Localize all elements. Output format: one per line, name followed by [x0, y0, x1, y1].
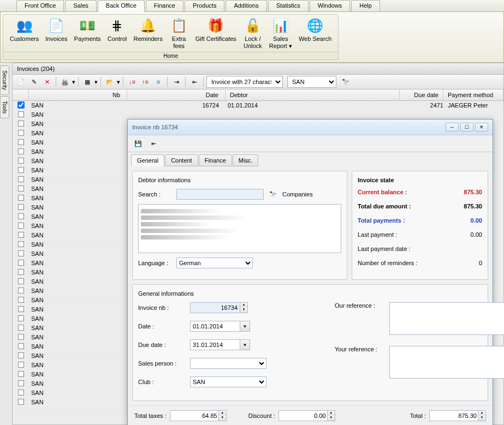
row-checkbox[interactable] [18, 352, 24, 358]
filter-type-select[interactable]: Invoice with 27 characte [206, 76, 283, 88]
exit-icon[interactable]: ⇤ [147, 137, 159, 149]
row-checkbox[interactable] [18, 334, 24, 340]
dialog-tab-finance[interactable]: Finance [199, 154, 232, 166]
main-tab-windows[interactable]: Windows [310, 0, 351, 11]
ribbon-sales[interactable]: 📊Sales Report ▾ [266, 16, 295, 51]
ribbon-extra[interactable]: 📋Extra fees [166, 16, 192, 51]
new-icon[interactable]: 📄 [15, 76, 27, 88]
row-checkbox[interactable] [18, 121, 24, 127]
row-checkbox[interactable] [18, 232, 24, 238]
col-due[interactable]: Due date [400, 89, 443, 100]
main-tab-finance[interactable]: Finance [146, 0, 183, 11]
row-checkbox[interactable] [18, 223, 24, 229]
our-reference-input[interactable] [389, 302, 504, 335]
row-checkbox[interactable] [18, 325, 24, 331]
side-tab-security[interactable]: Security [0, 65, 9, 95]
row-checkbox[interactable] [18, 130, 24, 136]
row-checkbox[interactable] [18, 250, 24, 256]
due-date-input[interactable] [190, 339, 240, 350]
ribbon-gift[interactable]: 🎁Gift Certificates [192, 16, 240, 51]
debtor-search-input[interactable] [176, 189, 264, 200]
dialog-titlebar[interactable]: Invoice nb 16734 ─ ☐ ✕ [128, 119, 493, 135]
ribbon-customers[interactable]: 👥Customers [7, 16, 42, 51]
row-checkbox[interactable] [18, 167, 24, 173]
minimize-button[interactable]: ─ [446, 123, 459, 131]
row-checkbox[interactable] [18, 139, 24, 145]
list-icon[interactable]: ≡ [152, 76, 164, 88]
table-row[interactable]: SAN [13, 110, 503, 119]
total-input[interactable] [429, 410, 478, 421]
col-debtor[interactable]: Debtor [226, 89, 400, 100]
main-tab-back-office[interactable]: Back Office [98, 0, 145, 12]
col-date[interactable]: Date [127, 89, 226, 100]
folder-icon[interactable]: 📂 [104, 76, 116, 88]
edit-icon[interactable]: ✎ [28, 76, 40, 88]
total-taxes-input[interactable] [170, 410, 219, 421]
discount-input[interactable] [278, 410, 328, 421]
ribbon-payments[interactable]: 💵Payments [71, 16, 104, 51]
ribbon-reminders[interactable]: 🔔Reminders [130, 16, 165, 51]
row-checkbox[interactable] [18, 213, 24, 219]
side-tab-tools[interactable]: Tools [0, 96, 9, 118]
row-checkbox[interactable] [18, 195, 24, 201]
save-icon[interactable]: 💾 [132, 137, 144, 149]
row-checkbox[interactable] [18, 390, 24, 396]
dialog-tab-general[interactable]: General [131, 154, 164, 166]
row-checkbox[interactable] [18, 343, 24, 349]
import-icon[interactable]: ⇤ [188, 76, 200, 88]
export-icon[interactable]: ⇥ [170, 76, 182, 88]
debtor-address-box[interactable] [138, 204, 341, 253]
invoice-nb-spinner[interactable]: ▲▼ [240, 302, 248, 313]
dialog-tab-content[interactable]: Content [165, 154, 198, 166]
row-checkbox[interactable] [18, 306, 24, 312]
discount-spinner[interactable]: ▲▼ [328, 410, 335, 421]
main-tab-additions[interactable]: Additions [226, 0, 266, 11]
row-checkbox[interactable] [18, 380, 24, 386]
row-checkbox[interactable] [18, 371, 24, 377]
your-reference-input[interactable] [389, 346, 504, 379]
col-nb[interactable]: Nb [29, 89, 127, 100]
sort-desc-icon[interactable]: ↑≡ [139, 76, 151, 88]
close-button[interactable]: ✕ [475, 123, 488, 131]
dialog-tab-misc[interactable]: Misc. [233, 154, 259, 166]
binoculars-icon[interactable]: 🔭 [269, 191, 277, 198]
taxes-spinner[interactable]: ▲▼ [219, 410, 227, 421]
invoice-nb-input[interactable] [190, 302, 240, 313]
filter-club-select[interactable]: SAN [287, 76, 336, 88]
row-checkbox[interactable] [18, 176, 24, 182]
row-checkbox[interactable] [18, 158, 24, 164]
row-checkbox[interactable] [18, 111, 24, 117]
main-tab-statistics[interactable]: Statistics [268, 0, 309, 11]
row-checkbox[interactable] [18, 260, 24, 266]
ribbon-invoices[interactable]: 📄Invoices [42, 16, 70, 51]
total-spinner[interactable]: ▲▼ [478, 410, 486, 421]
row-checkbox[interactable] [18, 315, 24, 321]
grid-icon[interactable]: ▦ [81, 76, 93, 88]
due-dropdown-icon[interactable]: ▼ [240, 339, 250, 350]
ribbon-lock[interactable]: 🔓Lock / Unlock [240, 16, 266, 51]
date-input[interactable] [190, 321, 240, 332]
delete-icon[interactable]: ✕ [41, 76, 53, 88]
row-checkbox[interactable] [17, 101, 25, 109]
ribbon-control[interactable]: ⋕Control [104, 16, 130, 51]
sales-person-select[interactable] [190, 358, 266, 369]
main-tab-help[interactable]: Help [351, 0, 380, 11]
row-checkbox[interactable] [18, 241, 24, 247]
language-select[interactable]: German [176, 258, 253, 268]
sort-asc-icon[interactable]: ↓≡ [126, 76, 138, 88]
main-tab-sales[interactable]: Sales [65, 0, 97, 11]
row-checkbox[interactable] [18, 399, 24, 405]
row-checkbox[interactable] [18, 185, 24, 191]
print-icon[interactable]: 🖨️ [59, 76, 71, 88]
row-checkbox[interactable] [18, 269, 24, 275]
binoculars-icon[interactable]: 🔭 [340, 76, 352, 88]
date-dropdown-icon[interactable]: ▼ [240, 321, 250, 332]
row-checkbox[interactable] [18, 278, 24, 284]
club-select[interactable]: SAN [190, 376, 266, 387]
row-checkbox[interactable] [18, 148, 24, 154]
row-checkbox[interactable] [18, 204, 24, 210]
ribbon-web[interactable]: 🌐Web Search [295, 16, 335, 51]
maximize-button[interactable]: ☐ [460, 123, 473, 131]
main-tab-products[interactable]: Products [185, 0, 224, 11]
row-checkbox[interactable] [18, 297, 24, 303]
